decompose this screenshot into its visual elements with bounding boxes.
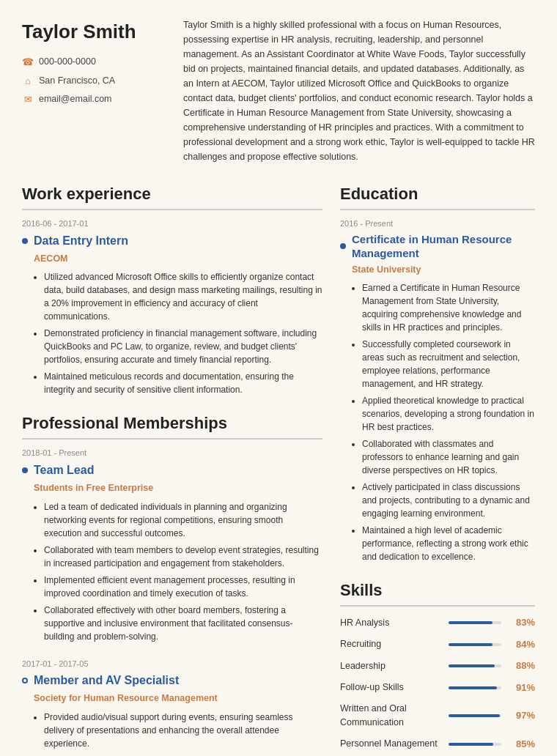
membership-teamlead-title-row: Team Lead (22, 462, 322, 479)
bullet-item: Collaborated with team members to develo… (44, 544, 322, 570)
skill-percentage: 88% (507, 659, 535, 673)
bullet-dot-teamlead (22, 467, 28, 473)
memberships-title: Professional Memberships (22, 411, 322, 440)
bullet-item: Utilized advanced Microsoft Office skill… (44, 270, 322, 323)
left-column: Work experience 2016-06 - 2017-01 Data E… (22, 182, 322, 756)
bullet-dot-intern (22, 238, 28, 244)
candidate-name: Taylor Smith (22, 18, 169, 46)
skill-label: HR Analysis (340, 616, 443, 630)
edu-entry-cert: 2016 - Present Certificate in Human Reso… (340, 218, 535, 563)
skill-bar-fill (449, 686, 497, 689)
membership-teamlead: 2018-01 - Present Team Lead Students in … (22, 447, 322, 642)
main-content: Work experience 2016-06 - 2017-01 Data E… (22, 182, 535, 756)
skill-bar-bg (449, 643, 501, 646)
skill-percentage: 97% (507, 708, 535, 723)
edu-cert-title-row: Certificate in Human Resource Management (340, 232, 535, 261)
membership-avspecialist-title-row: Member and AV Specialist (22, 672, 322, 689)
skill-row: Leadership 88% (340, 659, 535, 673)
exp-title-row-intern: Data Entry Intern (22, 232, 322, 250)
bullet-item: Successfully completed coursework in are… (362, 338, 535, 390)
bullet-dot-cert (340, 243, 346, 249)
membership-teamlead-org: Students in Free Enterprise (34, 481, 322, 495)
skill-bar-bg (449, 743, 501, 746)
exp-org-intern: AECOM (34, 252, 322, 266)
email-icon: ✉ (22, 92, 34, 107)
bullet-item: Applied theoretical knowledge to practic… (362, 394, 535, 434)
membership-teamlead-title: Team Lead (34, 462, 94, 479)
skill-bar-bg (449, 714, 501, 717)
membership-avspecialist: 2017-01 - 2017-05 Member and AV Speciali… (22, 658, 322, 750)
bullet-item: Earned a Certificate in Human Resource M… (362, 281, 535, 334)
exp-entry-intern: 2016-06 - 2017-01 Data Entry Intern AECO… (22, 218, 322, 396)
bullet-item: Demonstrated proficiency in financial ma… (44, 327, 322, 366)
header-left: Taylor Smith ☎ 000-000-0000 ⌂ San Franci… (22, 15, 169, 164)
skills-list: HR Analysis 83% Recruiting 84% Leadershi… (340, 615, 535, 751)
edu-cert-bullets: Earned a Certificate in Human Resource M… (352, 281, 535, 563)
bullet-item: Implemented efficient event management p… (44, 574, 322, 600)
membership-teamlead-date: 2018-01 - Present (22, 447, 322, 459)
skill-bar-fill (449, 743, 493, 746)
skill-row: Recruiting 84% (340, 637, 535, 652)
membership-teamlead-bullets: Led a team of dedicated individuals in p… (34, 500, 322, 643)
skill-percentage: 85% (507, 737, 535, 752)
skill-bar-bg (449, 621, 501, 624)
membership-avspecialist-org: Society for Human Resource Management (34, 692, 322, 705)
skill-row: Personnel Management 85% (340, 737, 535, 752)
right-column: Education 2016 - Present Certificate in … (340, 182, 535, 756)
edu-cert-org: State University (352, 263, 535, 277)
bullet-item: Collaborated with classmates and profess… (362, 437, 535, 477)
skills-title: Skills (340, 578, 535, 607)
contact-phone: ☎ 000-000-0000 (22, 55, 169, 70)
skill-label: Written and Oral Communication (340, 702, 443, 730)
bullet-item: Actively participated in class discussio… (362, 481, 535, 520)
work-experience-section: Work experience 2016-06 - 2017-01 Data E… (22, 182, 322, 396)
education-section: Education 2016 - Present Certificate in … (340, 182, 535, 563)
header-section: Taylor Smith ☎ 000-000-0000 ⌂ San Franci… (22, 15, 535, 164)
skill-label: Personnel Management (340, 737, 443, 751)
membership-avspecialist-date: 2017-01 - 2017-05 (22, 658, 322, 670)
bullet-item: Provided audio/visual support during eve… (44, 711, 322, 750)
edu-cert-title: Certificate in Human Resource Management (352, 232, 535, 261)
skill-percentage: 83% (507, 615, 535, 630)
skill-bar-bg (449, 664, 501, 667)
phone-icon: ☎ (22, 55, 34, 70)
bullet-item: Maintained a high level of academic perf… (362, 524, 535, 563)
skill-row: Written and Oral Communication 97% (340, 702, 535, 730)
bullet-item: Collaborated effectively with other boar… (44, 604, 322, 643)
skill-label: Recruiting (340, 637, 443, 651)
skill-bar-fill (449, 643, 493, 646)
skill-bar-fill (449, 621, 493, 624)
skill-row: HR Analysis 83% (340, 615, 535, 630)
bullet-item: Maintained meticulous records and docume… (44, 370, 322, 396)
skill-row: Follow-up Skills 91% (340, 681, 535, 695)
resume-page: Taylor Smith ☎ 000-000-0000 ⌂ San Franci… (0, 0, 557, 756)
skill-label: Leadership (340, 659, 443, 673)
exp-title-intern: Data Entry Intern (34, 232, 128, 250)
skill-bar-fill (449, 714, 500, 717)
skill-bar-fill (449, 664, 495, 667)
contact-location: ⌂ San Francisco, CA (22, 74, 169, 89)
contact-email: ✉ email@email.com (22, 92, 169, 107)
skills-section: Skills HR Analysis 83% Recruiting 84% Le… (340, 578, 535, 751)
exp-bullets-intern: Utilized advanced Microsoft Office skill… (34, 270, 322, 396)
bullet-item: Led a team of dedicated individuals in p… (44, 500, 322, 540)
skill-percentage: 91% (507, 681, 535, 695)
summary-text: Taylor Smith is a highly skilled profess… (183, 15, 535, 164)
edu-cert-date: 2016 - Present (340, 218, 535, 230)
membership-avspecialist-title: Member and AV Specialist (34, 672, 179, 689)
bullet-dot-open-avspecialist (22, 678, 28, 683)
memberships-section: Professional Memberships 2018-01 - Prese… (22, 411, 322, 750)
education-title: Education (340, 182, 535, 210)
skill-bar-bg (449, 686, 501, 689)
skill-percentage: 84% (507, 637, 535, 652)
membership-avspecialist-bullets: Provided audio/visual support during eve… (34, 711, 322, 750)
work-experience-title: Work experience (22, 182, 322, 210)
location-icon: ⌂ (22, 74, 34, 89)
skill-label: Follow-up Skills (340, 681, 443, 694)
exp-date-intern: 2016-06 - 2017-01 (22, 218, 322, 230)
